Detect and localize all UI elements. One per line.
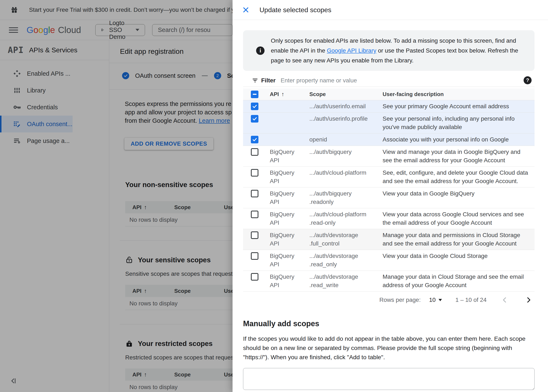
cell-scope: .../auth/userinfo.email — [309, 102, 382, 111]
pagination: Rows per page: 10 1 – 10 of 24 — [243, 292, 534, 308]
close-button[interactable] — [241, 5, 251, 15]
indeterminate-icon — [253, 94, 257, 95]
caret-down-icon — [439, 299, 442, 301]
cell-api: BigQuery API — [270, 252, 309, 269]
panel-header: Update selected scopes — [232, 0, 548, 20]
rows-per-page-select[interactable]: 10 — [429, 297, 442, 303]
cell-scope: .../auth/userinfo.profile — [309, 115, 382, 123]
table-row[interactable]: BigQuery API.../auth/cloud-platformSee, … — [243, 167, 534, 188]
info-text: Only scopes for enabled APIs are listed … — [271, 36, 523, 65]
cell-scope: .../auth/bigquery — [309, 148, 382, 156]
table-row[interactable]: BigQuery API.../auth/devstorage .read_on… — [243, 250, 534, 271]
row-checkbox-unchecked[interactable] — [251, 211, 259, 218]
cell-description: View your data in Google Cloud Storage — [382, 252, 534, 260]
row-checkbox-unchecked[interactable] — [251, 273, 259, 280]
cell-scope: .../auth/devstorage .full_control — [309, 231, 382, 248]
background-page: Start your Free Trial with $300 in credi… — [0, 0, 232, 392]
filter-input[interactable] — [281, 77, 534, 84]
cell-api: BigQuery API — [270, 210, 309, 227]
manual-description: If the scopes you would like to add do n… — [243, 334, 534, 362]
table-row[interactable]: BigQuery API.../auth/bigquery .readonlyV… — [243, 188, 534, 208]
chevron-right-icon[interactable] — [525, 296, 533, 304]
cell-api: BigQuery API — [270, 148, 309, 165]
rows-per-page-label: Rows per page: — [379, 297, 421, 303]
cell-scope: .../auth/devstorage .read_only — [309, 252, 382, 269]
table-row[interactable]: .../auth/userinfo.profileSee your person… — [243, 113, 534, 133]
row-checkbox-unchecked[interactable] — [251, 190, 259, 197]
cell-description: View your data in Google BigQuery — [382, 189, 534, 198]
cell-description: Associate you with your personal info on… — [382, 135, 534, 144]
cell-description: View and manage your data in Google BigQ… — [382, 148, 534, 165]
row-checkbox-unchecked[interactable] — [251, 252, 259, 260]
row-checkbox-checked[interactable] — [251, 136, 259, 143]
row-checkbox-unchecked[interactable] — [251, 231, 259, 239]
cell-api: BigQuery API — [270, 168, 309, 185]
table-header-row: API Scope User-facing description — [243, 89, 534, 100]
sort-asc-icon — [281, 91, 284, 98]
info-banner: Only scopes for enabled APIs are listed … — [243, 30, 534, 71]
table-row[interactable]: BigQuery API.../auth/devstorage .full_co… — [243, 229, 534, 250]
help-icon[interactable] — [524, 76, 532, 84]
scopes-table: API Scope User-facing description .../au… — [243, 89, 534, 292]
cell-api: BigQuery API — [270, 273, 309, 289]
manual-title: Manually add scopes — [243, 319, 534, 329]
modal-scrim[interactable] — [0, 0, 232, 392]
column-header-api[interactable]: API — [270, 91, 309, 98]
table-row[interactable]: BigQuery API.../auth/bigqueryView and ma… — [243, 146, 534, 167]
filter-icon — [252, 77, 258, 84]
info-icon — [256, 46, 265, 55]
filter-bar: Filter — [243, 74, 534, 87]
select-all-checkbox[interactable] — [251, 91, 259, 98]
page-range: 1 – 10 of 24 — [455, 297, 487, 303]
cell-description: View your data across Google Cloud servi… — [382, 210, 534, 227]
cell-scope: .../auth/devstorage .read_write — [309, 273, 382, 289]
cell-scope: .../auth/bigquery .readonly — [309, 189, 382, 206]
cell-api: BigQuery API — [270, 231, 309, 248]
row-checkbox-checked[interactable] — [251, 103, 259, 110]
cell-description: See your personal info, including any pe… — [382, 115, 534, 131]
table-row[interactable]: .../auth/userinfo.emailSee your primary … — [243, 100, 534, 113]
cell-description: See your primary Google Account email ad… — [382, 102, 534, 111]
table-row[interactable]: openidAssociate you with your personal i… — [243, 133, 534, 146]
google-api-library-link[interactable]: Google API Library — [327, 47, 376, 54]
row-checkbox-checked[interactable] — [251, 115, 259, 123]
row-checkbox-unchecked[interactable] — [251, 169, 259, 176]
cell-scope: openid — [309, 135, 382, 144]
cell-description: Manage your data in Cloud Storage and se… — [382, 273, 534, 289]
close-icon — [242, 6, 249, 14]
table-row[interactable]: BigQuery API.../auth/cloud-platform .rea… — [243, 208, 534, 229]
screen: Start your Free Trial with $300 in credi… — [0, 0, 548, 392]
filter-label: Filter — [261, 77, 275, 84]
panel-title: Update selected scopes — [260, 6, 332, 14]
column-header-scope[interactable]: Scope — [309, 91, 382, 98]
column-header-description[interactable]: User-facing description — [382, 91, 534, 98]
chevron-left-icon[interactable] — [501, 296, 508, 304]
cell-api: BigQuery API — [270, 189, 309, 206]
cell-description: Manage your data and permissions in Clou… — [382, 231, 534, 248]
cell-description: See, edit, configure, and delete your Go… — [382, 168, 534, 185]
cell-scope: .../auth/cloud-platform — [309, 168, 382, 177]
cell-scope: .../auth/cloud-platform .read-only — [309, 210, 382, 227]
table-row[interactable]: BigQuery API.../auth/devstorage .read_wr… — [243, 271, 534, 292]
row-checkbox-unchecked[interactable] — [251, 148, 259, 156]
manual-scopes-input[interactable] — [243, 368, 534, 390]
update-scopes-panel: Update selected scopes Only scopes for e… — [232, 0, 548, 392]
manual-add-scopes-section: Manually add scopes If the scopes you wo… — [243, 319, 534, 390]
